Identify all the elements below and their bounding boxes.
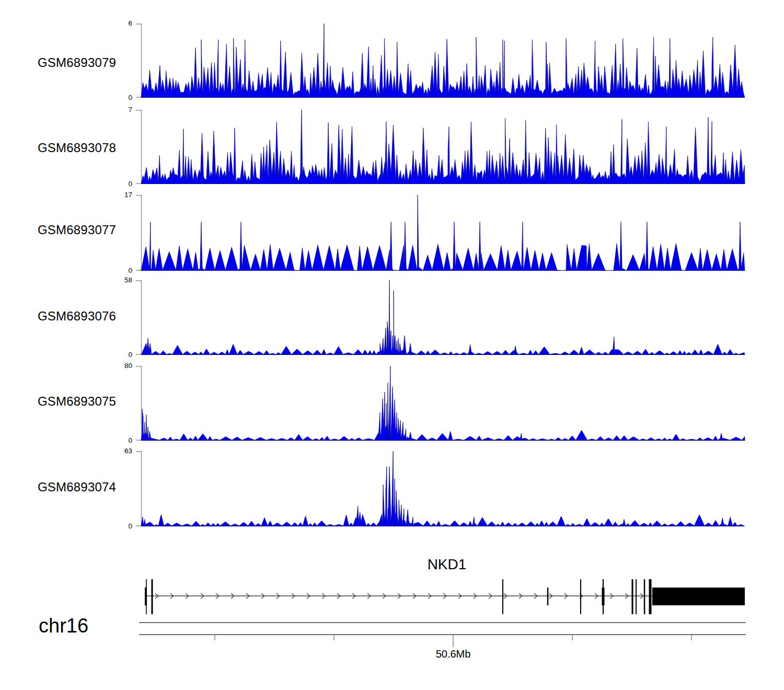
coverage-area (141, 366, 745, 441)
gene-exon (632, 579, 633, 614)
y-axis-max-label: 17 (0, 191, 132, 199)
coverage-track-svg-gsm6893076 (125, 280, 747, 355)
gene-exon (145, 588, 147, 605)
gene-exon (649, 579, 652, 614)
coverage-track-svg-gsm6893074 (125, 451, 747, 526)
track-label: GSM6893075 (38, 394, 116, 409)
y-axis-max-label: 6 (0, 19, 132, 28)
gene-exon (152, 579, 153, 614)
gene-exon (547, 588, 549, 605)
coverage-area (141, 280, 745, 355)
y-axis-min-label: 0 (0, 94, 132, 102)
y-axis-min-label: 0 (0, 180, 132, 188)
y-axis-max-label: 63 (0, 447, 132, 455)
track-label: GSM6893076 (38, 309, 116, 324)
y-axis-min-label: 0 (0, 522, 132, 531)
coverage-area (141, 451, 745, 526)
track-label: GSM6893078 (38, 141, 116, 155)
coverage-area (141, 195, 745, 271)
coverage-area (141, 110, 745, 184)
genome-coverage-figure: GSM689307960GSM689307870GSM6893077170GSM… (0, 0, 784, 690)
y-axis-max-label: 80 (0, 362, 132, 370)
y-axis-max-label: 58 (0, 276, 132, 284)
gene-exon (636, 579, 637, 614)
chromosome-label: chr16 (39, 615, 88, 637)
y-axis-min-label: 0 (0, 267, 132, 275)
gene-exon (580, 579, 581, 614)
gene-exon (502, 579, 503, 614)
coverage-track-svg-gsm6893077 (125, 195, 747, 271)
coverage-area (141, 24, 745, 98)
y-axis-max-label: 7 (0, 106, 132, 114)
y-axis-min-label: 0 (0, 436, 132, 445)
coverage-track-svg-gsm6893078 (125, 110, 747, 184)
coverage-track-svg-gsm6893079 (125, 24, 747, 98)
y-axis-min-label: 0 (0, 351, 132, 359)
track-label: GSM6893074 (38, 480, 116, 494)
coverage-track-svg-gsm6893075 (125, 366, 747, 441)
axis-tick-label: 50.6Mb (411, 648, 495, 660)
gene-exon (602, 588, 605, 605)
gene-terminal-exon-box (652, 588, 745, 605)
track-label: GSM6893077 (38, 223, 116, 237)
track-label: GSM6893079 (38, 55, 116, 70)
gene-exon (644, 579, 645, 614)
